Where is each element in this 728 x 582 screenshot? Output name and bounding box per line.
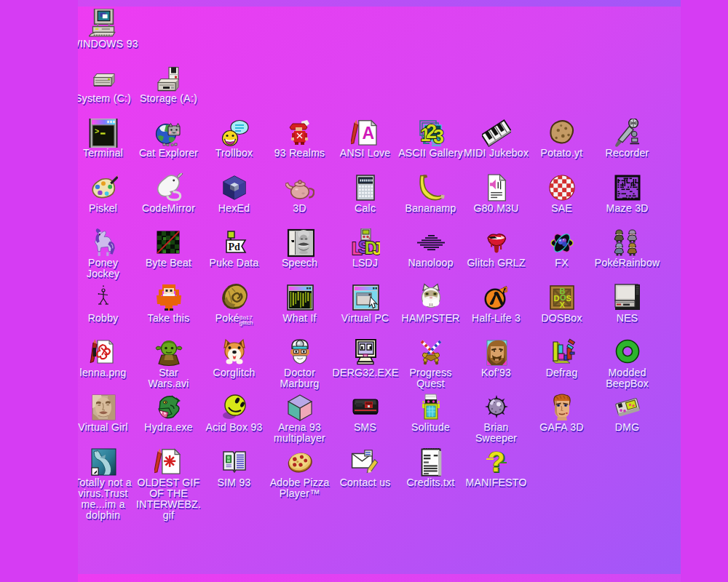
- svg-text:A: A: [362, 124, 374, 143]
- svg-text:3: 3: [433, 126, 444, 148]
- svg-text:J: J: [373, 239, 380, 258]
- svg-text:Pd: Pd: [228, 241, 240, 252]
- svg-text:X: X: [559, 300, 565, 309]
- svg-text:S: S: [566, 294, 571, 303]
- svg-text:3: 3: [504, 286, 508, 294]
- svg-text:D: D: [553, 294, 559, 303]
- svg-text:>: >: [95, 127, 99, 135]
